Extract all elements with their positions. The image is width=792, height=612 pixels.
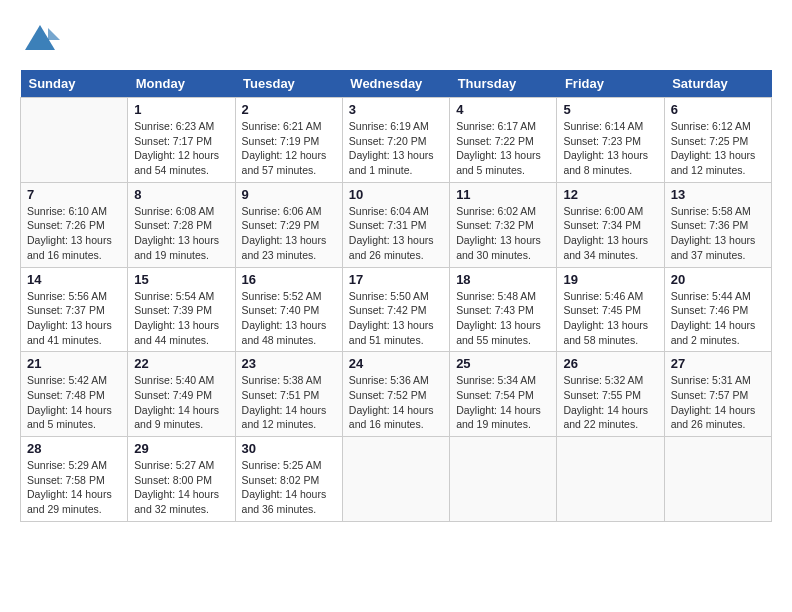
calendar-table: SundayMondayTuesdayWednesdayThursdayFrid… [20,70,772,522]
day-number: 15 [134,272,228,287]
day-info: Sunrise: 5:46 AM Sunset: 7:45 PM Dayligh… [563,289,657,348]
calendar-cell: 24Sunrise: 5:36 AM Sunset: 7:52 PM Dayli… [342,352,449,437]
day-info: Sunrise: 6:19 AM Sunset: 7:20 PM Dayligh… [349,119,443,178]
day-number: 17 [349,272,443,287]
calendar-cell: 3Sunrise: 6:19 AM Sunset: 7:20 PM Daylig… [342,98,449,183]
day-number: 4 [456,102,550,117]
day-number: 18 [456,272,550,287]
calendar-week-row: 7Sunrise: 6:10 AM Sunset: 7:26 PM Daylig… [21,182,772,267]
day-number: 14 [27,272,121,287]
day-number: 12 [563,187,657,202]
calendar-header-row: SundayMondayTuesdayWednesdayThursdayFrid… [21,70,772,98]
calendar-week-row: 1Sunrise: 6:23 AM Sunset: 7:17 PM Daylig… [21,98,772,183]
calendar-cell: 11Sunrise: 6:02 AM Sunset: 7:32 PM Dayli… [450,182,557,267]
day-number: 16 [242,272,336,287]
column-header-wednesday: Wednesday [342,70,449,98]
day-info: Sunrise: 5:42 AM Sunset: 7:48 PM Dayligh… [27,373,121,432]
day-number: 21 [27,356,121,371]
calendar-cell: 20Sunrise: 5:44 AM Sunset: 7:46 PM Dayli… [664,267,771,352]
calendar-cell [342,437,449,522]
calendar-cell: 5Sunrise: 6:14 AM Sunset: 7:23 PM Daylig… [557,98,664,183]
day-number: 7 [27,187,121,202]
calendar-cell: 14Sunrise: 5:56 AM Sunset: 7:37 PM Dayli… [21,267,128,352]
calendar-cell: 9Sunrise: 6:06 AM Sunset: 7:29 PM Daylig… [235,182,342,267]
day-info: Sunrise: 5:58 AM Sunset: 7:36 PM Dayligh… [671,204,765,263]
logo-icon [20,20,60,60]
calendar-cell: 8Sunrise: 6:08 AM Sunset: 7:28 PM Daylig… [128,182,235,267]
calendar-cell: 21Sunrise: 5:42 AM Sunset: 7:48 PM Dayli… [21,352,128,437]
day-number: 20 [671,272,765,287]
column-header-thursday: Thursday [450,70,557,98]
day-number: 30 [242,441,336,456]
day-info: Sunrise: 6:08 AM Sunset: 7:28 PM Dayligh… [134,204,228,263]
column-header-monday: Monday [128,70,235,98]
column-header-saturday: Saturday [664,70,771,98]
calendar-cell: 28Sunrise: 5:29 AM Sunset: 7:58 PM Dayli… [21,437,128,522]
calendar-cell: 4Sunrise: 6:17 AM Sunset: 7:22 PM Daylig… [450,98,557,183]
day-info: Sunrise: 6:06 AM Sunset: 7:29 PM Dayligh… [242,204,336,263]
day-info: Sunrise: 5:50 AM Sunset: 7:42 PM Dayligh… [349,289,443,348]
day-info: Sunrise: 6:14 AM Sunset: 7:23 PM Dayligh… [563,119,657,178]
calendar-week-row: 21Sunrise: 5:42 AM Sunset: 7:48 PM Dayli… [21,352,772,437]
day-info: Sunrise: 5:29 AM Sunset: 7:58 PM Dayligh… [27,458,121,517]
day-info: Sunrise: 5:48 AM Sunset: 7:43 PM Dayligh… [456,289,550,348]
day-number: 19 [563,272,657,287]
day-info: Sunrise: 5:27 AM Sunset: 8:00 PM Dayligh… [134,458,228,517]
column-header-tuesday: Tuesday [235,70,342,98]
calendar-cell [557,437,664,522]
day-number: 13 [671,187,765,202]
day-number: 24 [349,356,443,371]
day-info: Sunrise: 5:32 AM Sunset: 7:55 PM Dayligh… [563,373,657,432]
day-number: 5 [563,102,657,117]
day-info: Sunrise: 5:34 AM Sunset: 7:54 PM Dayligh… [456,373,550,432]
calendar-cell: 12Sunrise: 6:00 AM Sunset: 7:34 PM Dayli… [557,182,664,267]
svg-marker-1 [48,28,60,40]
logo [20,20,64,60]
calendar-cell: 10Sunrise: 6:04 AM Sunset: 7:31 PM Dayli… [342,182,449,267]
calendar-cell: 2Sunrise: 6:21 AM Sunset: 7:19 PM Daylig… [235,98,342,183]
day-info: Sunrise: 6:02 AM Sunset: 7:32 PM Dayligh… [456,204,550,263]
calendar-cell: 15Sunrise: 5:54 AM Sunset: 7:39 PM Dayli… [128,267,235,352]
calendar-cell [21,98,128,183]
day-number: 6 [671,102,765,117]
day-number: 8 [134,187,228,202]
day-info: Sunrise: 5:25 AM Sunset: 8:02 PM Dayligh… [242,458,336,517]
page-header [20,20,772,60]
day-number: 9 [242,187,336,202]
calendar-cell: 16Sunrise: 5:52 AM Sunset: 7:40 PM Dayli… [235,267,342,352]
calendar-cell: 7Sunrise: 6:10 AM Sunset: 7:26 PM Daylig… [21,182,128,267]
calendar-cell: 18Sunrise: 5:48 AM Sunset: 7:43 PM Dayli… [450,267,557,352]
calendar-cell [664,437,771,522]
day-number: 23 [242,356,336,371]
calendar-week-row: 14Sunrise: 5:56 AM Sunset: 7:37 PM Dayli… [21,267,772,352]
day-number: 3 [349,102,443,117]
day-info: Sunrise: 5:54 AM Sunset: 7:39 PM Dayligh… [134,289,228,348]
calendar-cell: 19Sunrise: 5:46 AM Sunset: 7:45 PM Dayli… [557,267,664,352]
day-info: Sunrise: 5:36 AM Sunset: 7:52 PM Dayligh… [349,373,443,432]
day-info: Sunrise: 6:21 AM Sunset: 7:19 PM Dayligh… [242,119,336,178]
calendar-cell: 1Sunrise: 6:23 AM Sunset: 7:17 PM Daylig… [128,98,235,183]
calendar-cell [450,437,557,522]
calendar-cell: 23Sunrise: 5:38 AM Sunset: 7:51 PM Dayli… [235,352,342,437]
calendar-cell: 22Sunrise: 5:40 AM Sunset: 7:49 PM Dayli… [128,352,235,437]
day-number: 26 [563,356,657,371]
day-number: 27 [671,356,765,371]
calendar-cell: 30Sunrise: 5:25 AM Sunset: 8:02 PM Dayli… [235,437,342,522]
calendar-cell: 26Sunrise: 5:32 AM Sunset: 7:55 PM Dayli… [557,352,664,437]
day-info: Sunrise: 6:04 AM Sunset: 7:31 PM Dayligh… [349,204,443,263]
calendar-week-row: 28Sunrise: 5:29 AM Sunset: 7:58 PM Dayli… [21,437,772,522]
day-number: 11 [456,187,550,202]
day-info: Sunrise: 6:10 AM Sunset: 7:26 PM Dayligh… [27,204,121,263]
day-info: Sunrise: 6:12 AM Sunset: 7:25 PM Dayligh… [671,119,765,178]
column-header-friday: Friday [557,70,664,98]
calendar-cell: 27Sunrise: 5:31 AM Sunset: 7:57 PM Dayli… [664,352,771,437]
day-info: Sunrise: 5:56 AM Sunset: 7:37 PM Dayligh… [27,289,121,348]
day-info: Sunrise: 6:17 AM Sunset: 7:22 PM Dayligh… [456,119,550,178]
calendar-cell: 13Sunrise: 5:58 AM Sunset: 7:36 PM Dayli… [664,182,771,267]
day-number: 22 [134,356,228,371]
day-number: 29 [134,441,228,456]
calendar-cell: 29Sunrise: 5:27 AM Sunset: 8:00 PM Dayli… [128,437,235,522]
day-info: Sunrise: 5:31 AM Sunset: 7:57 PM Dayligh… [671,373,765,432]
column-header-sunday: Sunday [21,70,128,98]
day-info: Sunrise: 5:40 AM Sunset: 7:49 PM Dayligh… [134,373,228,432]
